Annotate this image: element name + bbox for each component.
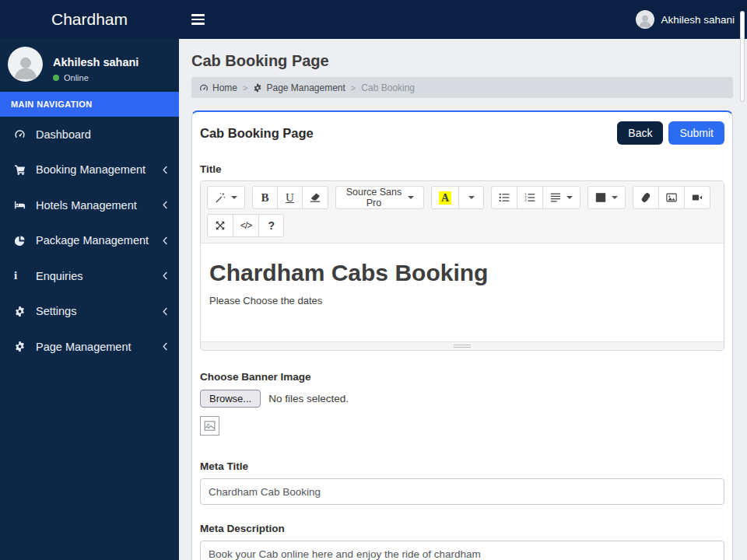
chevron-left-icon — [162, 166, 168, 174]
font-color-dropdown[interactable] — [458, 186, 484, 209]
table-icon — [595, 192, 606, 203]
broken-image-icon — [203, 419, 216, 432]
nav-section-header: MAIN NAVIGATION — [0, 92, 179, 117]
breadcrumb-separator: > — [351, 83, 356, 93]
user-avatar — [636, 10, 654, 29]
table-dropdown[interactable] — [587, 186, 626, 209]
tachometer-icon — [199, 83, 209, 93]
sidebar-item-package-management[interactable]: Package Management — [0, 223, 179, 259]
ordered-list-button[interactable]: 123 — [517, 186, 543, 209]
insert-video-button[interactable] — [684, 186, 710, 209]
card-title: Cab Booking Page — [200, 126, 617, 141]
online-status-dot — [53, 75, 59, 81]
hamburger-menu-icon[interactable] — [191, 14, 205, 25]
breadcrumb-separator: > — [243, 83, 247, 93]
sidebar-item-hotels-management[interactable]: Hotels Management — [0, 187, 179, 223]
sidebar-menu: Dashboard Booking Management Hotels Mana… — [0, 117, 179, 365]
banner-image-placeholder — [200, 416, 219, 436]
breadcrumb-home[interactable]: Home — [199, 82, 237, 93]
unordered-list-button[interactable] — [491, 186, 517, 209]
breadcrumb: Home > Page Management > Cab Booking — [191, 77, 733, 98]
editor-resize-handle[interactable] — [201, 341, 724, 350]
brand-logo[interactable]: Chardham — [0, 10, 179, 29]
person-icon — [10, 51, 41, 82]
chevron-left-icon — [162, 307, 168, 316]
underline-button[interactable]: U — [277, 186, 303, 209]
user-name: Akhilesh sahani — [661, 14, 735, 26]
browse-file-button[interactable]: Browse... — [200, 390, 261, 408]
eraser-icon — [310, 192, 321, 203]
gear-icon — [14, 306, 31, 317]
top-navbar: Chardham Akhilesh sahani — [0, 0, 747, 39]
chevron-left-icon — [162, 271, 168, 280]
link-icon — [640, 192, 651, 203]
caret-down-icon — [231, 196, 237, 199]
picture-icon — [666, 192, 677, 203]
person-icon — [637, 12, 654, 29]
no-file-text: No files selected. — [268, 393, 349, 404]
meta-description-textarea[interactable]: Book your Cab online here and enjoy the … — [200, 541, 724, 560]
sidebar-item-settings[interactable]: Settings — [0, 294, 179, 330]
submit-button[interactable]: Submit — [668, 121, 724, 145]
chevron-left-icon — [162, 201, 168, 209]
editor-paragraph: Please Choose the dates — [209, 295, 715, 306]
svg-text:3: 3 — [524, 198, 527, 202]
editor-heading: Chardham Cabs Booking — [209, 260, 715, 286]
editor-toolbar: B U Source Sans Pro A — [201, 181, 724, 243]
code-view-button[interactable]: </> — [233, 214, 259, 237]
unordered-list-icon — [499, 192, 510, 203]
tachometer-icon — [14, 128, 31, 140]
caret-down-icon — [612, 196, 618, 199]
font-color-button[interactable]: A — [431, 186, 459, 209]
page-scrollbar[interactable] — [740, 11, 745, 102]
insert-link-button[interactable] — [633, 186, 659, 209]
user-menu[interactable]: Akhilesh sahani — [636, 10, 735, 29]
help-button[interactable]: ? — [258, 214, 284, 237]
gear-icon — [14, 341, 31, 352]
bed-icon — [14, 199, 31, 211]
ordered-list-icon: 123 — [524, 192, 535, 203]
paragraph-align-dropdown[interactable] — [542, 186, 580, 209]
main-content: Cab Booking Page Home > Page Management … — [179, 39, 747, 560]
editor-content[interactable]: Chardham Cabs Booking Please Choose the … — [201, 243, 724, 341]
meta-description-label: Meta Description — [200, 523, 724, 534]
sidebar-user-name: Akhilesh sahani — [53, 56, 139, 68]
caret-down-icon — [408, 196, 414, 199]
sidebar-item-booking-management[interactable]: Booking Management — [0, 152, 179, 188]
pie-chart-icon — [14, 235, 31, 247]
chevron-left-icon — [162, 342, 168, 351]
breadcrumb-page-management[interactable]: Page Management — [253, 82, 345, 93]
sidebar-user-avatar — [8, 47, 43, 82]
caret-down-icon — [566, 196, 573, 199]
font-family-dropdown[interactable]: Source Sans Pro — [335, 186, 424, 209]
online-status-label: Online — [64, 73, 89, 82]
grip-icon — [454, 345, 471, 348]
title-field-label: Title — [200, 163, 724, 175]
gear-icon — [253, 83, 262, 93]
sidebar: Akhilesh sahani Online MAIN NAVIGATION D… — [0, 39, 179, 560]
fullscreen-button[interactable] — [207, 214, 233, 237]
info-icon: i — [14, 269, 31, 282]
sidebar-item-enquiries[interactable]: i Enquiries — [0, 258, 179, 294]
sidebar-item-page-management[interactable]: Page Management — [0, 329, 179, 365]
meta-title-label: Meta Title — [200, 460, 724, 472]
banner-field-label: Choose Banner Image — [200, 371, 724, 383]
sidebar-user-panel: Akhilesh sahani Online — [0, 39, 179, 92]
magic-wand-icon — [215, 192, 226, 203]
insert-picture-button[interactable] — [658, 186, 685, 209]
bold-button[interactable]: B — [252, 186, 278, 209]
cart-icon — [14, 164, 31, 176]
video-icon — [692, 192, 703, 203]
back-button[interactable]: Back — [617, 121, 663, 145]
align-icon — [550, 192, 561, 203]
highlight-color-swatch: A — [439, 191, 451, 205]
cab-booking-card: Cab Booking Page Back Submit Title B U — [191, 110, 733, 560]
clear-formatting-button[interactable] — [302, 186, 328, 209]
meta-title-input[interactable] — [200, 478, 724, 505]
fullscreen-icon — [215, 220, 226, 231]
caret-down-icon — [468, 196, 475, 199]
chevron-left-icon — [162, 236, 168, 245]
rich-text-editor: B U Source Sans Pro A — [200, 180, 724, 351]
sidebar-item-dashboard[interactable]: Dashboard — [0, 117, 179, 152]
style-dropdown-button[interactable] — [207, 186, 245, 209]
